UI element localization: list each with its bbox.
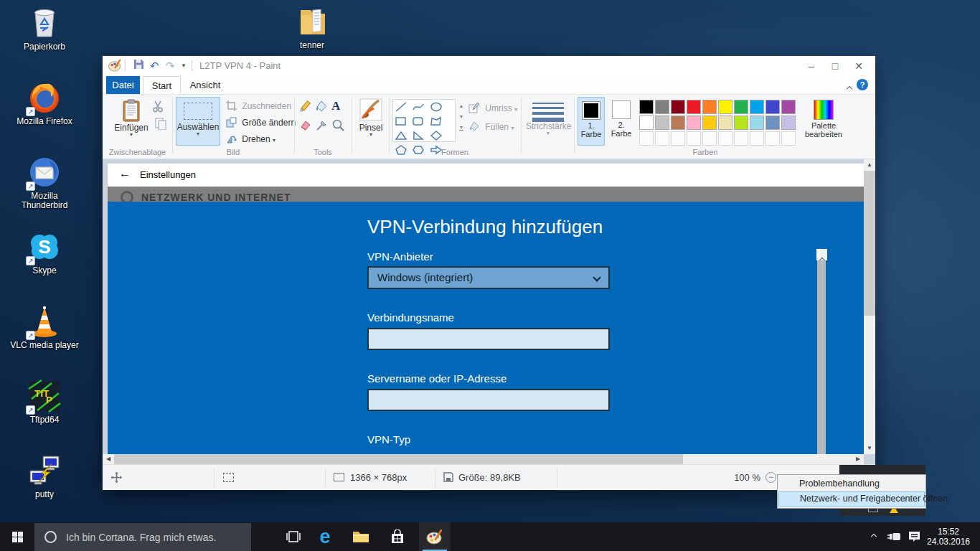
outline-button[interactable]: Umriss ▾	[468, 102, 517, 116]
palette-swatch[interactable]	[750, 116, 764, 130]
desktop-icon-thunderbird[interactable]: ↗ Mozilla Thunderbird	[9, 155, 80, 210]
close-button[interactable]: ✕	[847, 56, 870, 76]
vpn-provider-select[interactable]: Windows (integriert)	[367, 266, 610, 289]
palette-empty-slot[interactable]	[671, 131, 685, 146]
edit-palette-button[interactable]: Palette bearbeiten	[801, 97, 846, 138]
shape-ellipse-icon[interactable]	[430, 101, 444, 114]
palette-swatch[interactable]	[750, 100, 764, 114]
cortana-search-box[interactable]: Ich bin Cortana. Frag mich etwas.	[34, 523, 251, 551]
shape-polygon-icon[interactable]	[430, 116, 444, 128]
zoom-out-button[interactable]: −	[765, 472, 776, 483]
palette-swatch[interactable]	[687, 100, 701, 114]
horizontal-scrollbar-thumb[interactable]	[114, 454, 683, 464]
palette-empty-slot[interactable]	[734, 131, 748, 146]
palette-empty-slot[interactable]	[639, 131, 654, 146]
pencil-tool[interactable]	[298, 100, 312, 116]
menu-item-troubleshoot[interactable]: Problembehandlung	[778, 476, 925, 491]
taskbar-clock[interactable]: 15:52 24.03.2016	[921, 522, 976, 551]
brush-button[interactable]: Pinsel ▾	[355, 97, 387, 137]
palette-empty-slot[interactable]	[750, 131, 764, 146]
palette-swatch[interactable]	[702, 100, 717, 114]
palette-empty-slot[interactable]	[718, 131, 732, 146]
desktop-icon-firefox[interactable]: ↗ Mozilla Firefox	[9, 80, 80, 126]
palette-empty-slot[interactable]	[781, 131, 796, 146]
rotate-button[interactable]: Drehen ▾	[226, 133, 275, 148]
shape-line-icon[interactable]	[395, 101, 409, 114]
menu-item-open-network-center[interactable]: Netzwerk- und Freigabecenter öffnen	[778, 491, 925, 507]
vpn-server-input[interactable]	[367, 389, 610, 411]
stroke-width-button[interactable]: Strichstärke ▾	[526, 97, 570, 136]
vertical-scrollbar[interactable]: ▲ ▼	[864, 159, 875, 454]
desktop-icon-tftpd64[interactable]: TfT P ↗ Tftpd64	[9, 379, 80, 425]
task-view-button[interactable]	[278, 522, 308, 551]
file-explorer-button[interactable]	[346, 522, 376, 551]
palette-swatch[interactable]	[702, 116, 717, 130]
minimize-button[interactable]: –	[800, 56, 823, 76]
undo-button[interactable]: ↶	[147, 59, 161, 73]
palette-swatch[interactable]	[734, 100, 748, 114]
horizontal-scrollbar[interactable]: ◀ ▶	[103, 454, 864, 464]
tab-file[interactable]: Datei	[106, 76, 140, 94]
shape-rectangle-icon[interactable]	[395, 116, 409, 128]
shape-right-triangle-icon[interactable]	[412, 130, 426, 143]
save-button[interactable]	[131, 59, 146, 73]
cut-button[interactable]	[151, 100, 164, 116]
magnifier-tool[interactable]	[331, 118, 345, 135]
copy-button[interactable]	[154, 117, 167, 133]
scroll-right-icon[interactable]: ▶	[852, 454, 864, 464]
resize-button[interactable]: Größe ändern	[226, 117, 296, 131]
palette-swatch[interactable]	[671, 116, 685, 130]
ribbon-collapse-icon[interactable]	[847, 81, 852, 94]
back-arrow-icon[interactable]: ←	[119, 167, 131, 180]
fill-tool[interactable]	[315, 100, 329, 116]
crop-button[interactable]: Zuschneiden	[226, 100, 291, 115]
shape-curve-icon[interactable]	[412, 101, 426, 114]
palette-swatch[interactable]	[655, 116, 669, 130]
battery-plug-tray-button[interactable]	[884, 522, 904, 551]
desktop-icon-vlc[interactable]: ↗ VLC media player	[9, 304, 80, 350]
tab-home[interactable]: Start	[143, 76, 181, 94]
dialog-scroll-up-button[interactable]	[816, 249, 827, 260]
palette-swatch[interactable]	[734, 116, 748, 130]
tray-expand-button[interactable]	[865, 522, 882, 551]
tab-view[interactable]: Ansicht	[184, 76, 227, 94]
palette-swatch[interactable]	[639, 116, 654, 130]
paint-taskbar-button[interactable]	[419, 522, 451, 551]
color2-button[interactable]: 2. Farbe	[608, 97, 635, 138]
start-button[interactable]	[0, 522, 34, 551]
paste-button[interactable]: Einfügen ▾	[113, 97, 150, 137]
eraser-tool[interactable]	[298, 118, 312, 135]
qat-customize-dropdown[interactable]: ▼	[179, 59, 189, 73]
color-picker-tool[interactable]	[315, 118, 329, 135]
select-button[interactable]: Auswählen ▾	[176, 97, 220, 146]
vpn-name-input[interactable]	[367, 328, 610, 350]
palette-empty-slot[interactable]	[687, 131, 701, 146]
text-tool[interactable]: A	[331, 99, 340, 113]
desktop-icon-tenner-folder[interactable]: tenner	[276, 4, 348, 50]
palette-swatch[interactable]	[765, 116, 780, 130]
scroll-left-icon[interactable]: ◀	[103, 454, 114, 464]
paint-canvas[interactable]: ← Einstellungen NETZWERK UND INTERNET VP…	[108, 164, 864, 454]
shape-diamond-icon[interactable]	[430, 130, 444, 143]
shapes-gallery[interactable]	[392, 99, 456, 142]
palette-swatch[interactable]	[655, 100, 669, 114]
palette-swatch[interactable]	[718, 116, 732, 130]
redo-button[interactable]: ↷	[163, 59, 177, 73]
palette-empty-slot[interactable]	[702, 131, 717, 146]
palette-swatch[interactable]	[765, 100, 780, 114]
palette-empty-slot[interactable]	[765, 131, 780, 146]
palette-swatch[interactable]	[781, 116, 796, 130]
scroll-up-icon[interactable]: ▲	[864, 159, 875, 171]
shape-fill-button[interactable]: Füllen ▾	[468, 121, 514, 135]
edge-button[interactable]: e	[310, 522, 340, 551]
maximize-button[interactable]: □	[824, 56, 847, 76]
palette-empty-slot[interactable]	[655, 131, 669, 146]
vertical-scrollbar-thumb[interactable]	[864, 171, 875, 316]
color1-button[interactable]: 1. Farbe	[578, 97, 605, 146]
shapes-scroll-up-icon[interactable]: ▲▼▼	[457, 100, 466, 133]
palette-swatch[interactable]	[671, 100, 685, 114]
shape-rounded-rectangle-icon[interactable]	[412, 116, 426, 128]
shapes-more-icon[interactable]: ▼	[459, 125, 464, 131]
palette-swatch[interactable]	[639, 100, 654, 114]
help-icon[interactable]: ?	[857, 79, 868, 90]
